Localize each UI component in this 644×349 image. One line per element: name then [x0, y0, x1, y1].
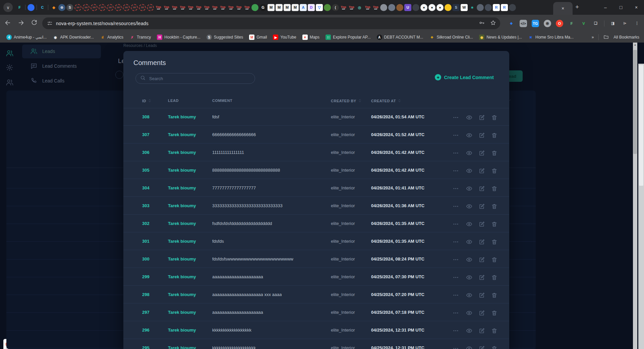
tab-favicon[interactable]: 100 [74, 4, 81, 11]
tab-favicon[interactable] [485, 4, 492, 11]
tab-favicon[interactable]: Top [364, 4, 371, 11]
tab-favicon[interactable]: Top [348, 4, 355, 11]
tab-favicon[interactable]: S [453, 4, 460, 11]
password-key-icon[interactable] [479, 20, 485, 27]
tab-favicon[interactable]: 100 [107, 4, 114, 11]
row-actions-menu-icon[interactable] [453, 328, 459, 334]
sort-icon[interactable] [148, 99, 152, 103]
tab-favicon[interactable]: Top [235, 4, 242, 11]
inner-scrollbar-thumb[interactable] [633, 50, 637, 154]
row-actions-menu-icon[interactable] [453, 345, 459, 349]
tab-favicon[interactable]: ● [420, 4, 427, 11]
cell-id[interactable]: 297 [142, 310, 150, 315]
row-delete-icon[interactable] [491, 132, 497, 138]
extension-icon[interactable]: ◉ [544, 20, 551, 27]
address-bar[interactable]: nova-erp-system.test/nova/resources/lead… [42, 17, 500, 29]
page-scrollbar-thumb[interactable] [639, 65, 643, 186]
bookmark-item[interactable]: ∷Explore Popular AP... [323, 35, 374, 40]
row-view-icon[interactable] [466, 292, 472, 298]
bookmark-item[interactable]: MGmail [246, 35, 270, 40]
row-edit-icon[interactable] [479, 168, 485, 174]
tab-favicon[interactable]: Top [155, 4, 162, 11]
tab-favicon[interactable]: R [501, 4, 508, 11]
row-edit-icon[interactable] [479, 256, 485, 263]
bookmark-item[interactable]: SSuggested Sites [203, 35, 246, 40]
tab-favicon[interactable]: Top [203, 4, 210, 11]
bookmark-item[interactable]: ◉News & Updates |... [476, 35, 525, 40]
extension-icon[interactable]: ⬥ [508, 20, 515, 27]
cell-id[interactable]: 301 [142, 239, 150, 244]
cell-lead-link[interactable]: Tarek bioumy [168, 310, 196, 315]
bookmark-item[interactable]: 4Anime4up - انمي... [3, 35, 50, 40]
cell-lead-link[interactable]: Tarek bioumy [168, 168, 196, 173]
sort-icon[interactable] [358, 99, 362, 103]
tab-favicon[interactable] [324, 4, 331, 11]
column-header-created-by[interactable]: CREATED BY [331, 99, 362, 103]
tab-favicon[interactable] [251, 4, 258, 11]
bookmark-item[interactable]: ADEBT ACCOUNT M... [374, 35, 426, 40]
tab-favicon[interactable]: M [292, 4, 299, 11]
cell-id[interactable]: 299 [142, 274, 150, 279]
row-edit-icon[interactable] [479, 345, 485, 349]
row-actions-menu-icon[interactable] [453, 274, 459, 281]
cell-id[interactable]: 303 [142, 203, 150, 208]
tab-favicon[interactable]: 100 [123, 4, 130, 11]
row-delete-icon[interactable] [491, 168, 497, 174]
extension-icon[interactable]: ❏ [592, 20, 599, 27]
row-view-icon[interactable] [466, 345, 472, 349]
forward-icon[interactable] [17, 19, 25, 28]
extension-icon[interactable]: V [580, 20, 587, 27]
cell-lead-link[interactable]: Tarek bioumy [168, 256, 196, 261]
tab-favicon[interactable] [27, 4, 35, 11]
row-delete-icon[interactable] [491, 328, 497, 334]
cell-lead-link[interactable]: Tarek bioumy [168, 203, 196, 208]
row-edit-icon[interactable] [479, 221, 485, 227]
tab-favicon[interactable]: U [404, 4, 411, 11]
close-button[interactable]: × [629, 0, 644, 15]
tab-favicon[interactable]: Top [179, 4, 186, 11]
tab-favicon[interactable]: ● [428, 4, 435, 11]
bookmark-item[interactable]: ◉APK Downloader... [50, 35, 97, 40]
bookmarks-overflow-chevron[interactable]: » [592, 35, 594, 40]
bookmark-item[interactable]: ▼Maps [299, 35, 323, 40]
tab-favicon[interactable]: 100 [82, 4, 90, 11]
row-delete-icon[interactable] [491, 310, 497, 316]
search-input[interactable] [149, 76, 242, 81]
cell-lead-link[interactable]: Tarek bioumy [168, 239, 196, 244]
cell-lead-link[interactable]: Tarek bioumy [168, 328, 196, 333]
row-actions-menu-icon[interactable] [453, 221, 459, 227]
tab-favicon[interactable] [509, 4, 516, 11]
tab-favicon[interactable] [445, 4, 452, 11]
cell-id[interactable]: 296 [142, 328, 150, 333]
row-actions-menu-icon[interactable] [453, 256, 459, 263]
cell-id[interactable]: 308 [142, 114, 150, 119]
tab-favicon[interactable]: M [284, 4, 291, 11]
extension-icon[interactable]: ◨ [609, 20, 617, 27]
tab-favicon[interactable]: S [66, 4, 73, 11]
inner-scrollbar[interactable]: ▲ [633, 43, 637, 349]
row-view-icon[interactable] [466, 239, 472, 245]
row-delete-icon[interactable] [491, 185, 497, 192]
row-actions-menu-icon[interactable] [453, 239, 459, 245]
extension-icon[interactable]: O [556, 20, 563, 27]
row-view-icon[interactable] [466, 114, 472, 121]
row-edit-icon[interactable] [479, 185, 485, 192]
maximize-button[interactable]: □ [613, 0, 629, 15]
row-delete-icon[interactable] [491, 203, 497, 210]
row-actions-menu-icon[interactable] [453, 132, 459, 138]
site-settings-icon[interactable] [47, 20, 53, 26]
reload-icon[interactable] [31, 19, 38, 27]
tab-search-chevron-icon[interactable]: ∨ [3, 3, 13, 12]
tab-favicon[interactable] [477, 4, 484, 11]
row-view-icon[interactable] [466, 168, 472, 174]
bookmark-item[interactable]: ❖Silkroad Online Cli... [426, 35, 476, 40]
row-edit-icon[interactable] [479, 114, 485, 121]
row-delete-icon[interactable] [491, 274, 497, 281]
tab-favicon[interactable]: F [16, 4, 23, 11]
extension-icon[interactable]: ⌲ [621, 20, 629, 27]
cell-id[interactable]: 302 [142, 221, 150, 226]
tab-favicon[interactable]: Top [372, 4, 379, 11]
row-view-icon[interactable] [466, 203, 472, 210]
bookmark-item[interactable]: ✗Transcy [126, 35, 154, 40]
tab-favicon[interactable]: ◎ [356, 4, 363, 11]
